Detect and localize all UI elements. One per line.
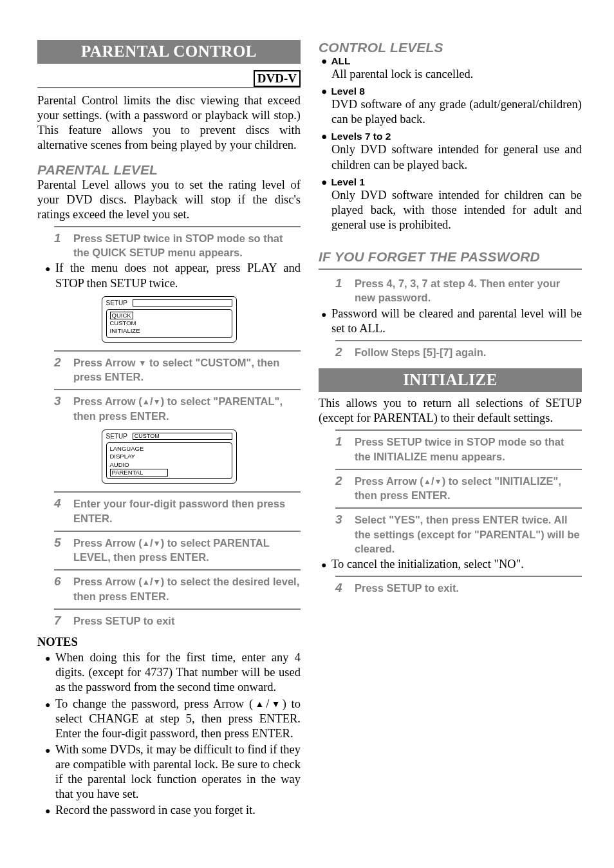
step-text: Press Arrow (/) to select the desired le…: [73, 574, 301, 603]
note-2: ● To change the password, press Arrow (/…: [37, 697, 301, 741]
parental-control-heading: PARENTAL CONTROL: [37, 40, 301, 64]
diagram-title-box: CUSTOM: [133, 433, 232, 440]
divider: [54, 226, 301, 227]
note-text: To change the password, press Arrow (/) …: [55, 697, 301, 741]
step-text: Press Arrow (/) to select PARENTAL LEVEL…: [73, 536, 301, 565]
menu-item-parental: PARENTAL: [110, 469, 168, 476]
arrow-down-icon: [153, 537, 161, 549]
parental-intro-text: Parental Control limits the disc viewing…: [37, 93, 301, 153]
note-text: With some DVDs, it may be difficult to f…: [55, 742, 301, 802]
divider: [54, 350, 301, 352]
menu-item-initialize: INITIALIZE: [110, 327, 228, 335]
setup-menu-diagram-2: SETUP CUSTOM LANGUAGE DISPLAY AUDIO PARE…: [102, 429, 237, 484]
bullet-icon: ●: [321, 131, 327, 142]
control-level-1: ●Level 1 Only DVD software intended for …: [319, 176, 582, 232]
notes-heading: NOTES: [37, 636, 301, 649]
bullet-text: If the menu does not appear, press PLAY …: [55, 261, 301, 290]
step-text: Press SETUP twice in STOP mode so that t…: [73, 231, 301, 260]
step-number: 1: [335, 435, 347, 464]
left-column: PARENTAL CONTROL DVD-V Parental Control …: [37, 40, 301, 820]
divider: [335, 429, 582, 431]
step-number: 6: [54, 574, 66, 603]
step-number: 5: [54, 536, 66, 565]
step-5: 5 Press Arrow (/) to select PARENTAL LEV…: [37, 534, 301, 566]
control-level-all: ●ALL All parental lock is cancelled.: [319, 55, 582, 82]
init-bullet: ● To cancel the initialization, select "…: [319, 557, 582, 572]
step-6: 6 Press Arrow (/) to select the desired …: [37, 573, 301, 605]
init-step-2: 2 Press Arrow (/) to select "INITIALIZE"…: [319, 473, 582, 504]
step-text: Press SETUP twice in STOP mode so that t…: [355, 435, 582, 464]
bullet-icon: ●: [45, 650, 51, 695]
dvd-v-badge: DVD-V: [254, 70, 301, 87]
bullet-icon: ●: [45, 803, 51, 818]
step-text: Press Arrow (/) to select "PARENTAL", th…: [73, 394, 301, 423]
step-text: Press Arrow to select "CUSTOM", then pre…: [73, 355, 301, 384]
step-4: 4 Enter your four-digit password then pr…: [37, 495, 301, 527]
step-number: 3: [335, 513, 347, 556]
bullet-icon: ●: [321, 557, 328, 572]
divider: [319, 269, 582, 270]
menu-item-language: LANGUAGE: [110, 445, 228, 453]
divider: [54, 531, 301, 532]
forgot-password-heading: IF YOU FORGET THE PASSWORD: [319, 249, 582, 265]
level-label: Levels 7 to 2: [331, 131, 391, 142]
note-4: ● Record the password in case you forget…: [37, 803, 301, 818]
diagram-title: SETUP: [106, 433, 127, 440]
menu-item-display: DISPLAY: [110, 453, 228, 460]
menu-item-custom: CUSTOM: [110, 319, 228, 327]
step-number: 1: [54, 231, 66, 260]
arrow-down-icon: [434, 475, 442, 487]
parental-level-heading: PARENTAL LEVEL: [37, 162, 301, 178]
step-number: 4: [335, 581, 347, 595]
control-level-7-2: ●Levels 7 to 2 Only DVD software intende…: [319, 131, 582, 172]
divider: [335, 469, 582, 470]
arrow-down-icon: [269, 697, 282, 710]
level-label: Level 1: [331, 176, 365, 188]
step-text: Press 4, 7, 3, 7 at step 4. Then enter y…: [355, 276, 582, 305]
step-text: Press Arrow (/) to select "INITIALIZE", …: [355, 474, 582, 503]
bullet-text: Password will be cleared and parental le…: [331, 307, 582, 336]
control-level-8: ●Level 8 DVD software of any grade (adul…: [319, 86, 582, 127]
bullet-icon: ●: [321, 55, 327, 67]
bullet-icon: ●: [321, 307, 328, 336]
level-label: ALL: [331, 55, 350, 67]
divider: [335, 340, 582, 341]
divider: [335, 576, 582, 577]
menu-item-audio: AUDIO: [110, 461, 228, 469]
divider: [335, 507, 582, 509]
arrow-up-icon: [253, 697, 266, 710]
step-number: 1: [335, 276, 347, 305]
step-text: Press SETUP to exit: [73, 614, 301, 628]
arrow-down-icon: [138, 357, 146, 368]
arrow-up-icon: [142, 576, 150, 587]
bullet-icon: ●: [321, 176, 327, 188]
forgot-step-1: 1 Press 4, 7, 3, 7 at step 4. Then enter…: [319, 275, 582, 307]
bullet-icon: ●: [45, 261, 51, 290]
arrow-up-icon: [423, 475, 431, 487]
step-number: 2: [54, 355, 66, 384]
forgot-bullet: ● Password will be cleared and parental …: [319, 307, 582, 336]
menu-item-quick: QUICK: [110, 312, 133, 319]
parental-level-body: Parental Level allows you to set the rat…: [37, 178, 301, 222]
step-text: Select "YES", then press ENTER twice. Al…: [355, 513, 582, 556]
divider: [54, 389, 301, 390]
divider: [54, 609, 301, 610]
initialize-body: This allows you to return all selections…: [319, 396, 582, 426]
step-number: 2: [335, 474, 347, 503]
control-levels-heading: CONTROL LEVELS: [319, 40, 582, 55]
note-text: Record the password in case you forget i…: [55, 803, 301, 818]
step-text: Enter your four-digit password then pres…: [73, 496, 301, 525]
step-text: Follow Steps [5]-[7] again.: [355, 345, 582, 359]
step-7: 7 Press SETUP to exit: [37, 612, 301, 629]
step-number: 7: [54, 614, 66, 628]
level-label: Level 8: [331, 86, 365, 97]
note-text: When doing this for the first time, ente…: [55, 650, 301, 695]
init-step-4: 4 Press SETUP to exit.: [319, 580, 582, 596]
step-3: 3 Press Arrow (/) to select "PARENTAL", …: [37, 393, 301, 424]
step-2: 2 Press Arrow to select "CUSTOM", then p…: [37, 354, 301, 386]
note-3: ● With some DVDs, it may be difficult to…: [37, 742, 301, 802]
init-step-1: 1 Press SETUP twice in STOP mode so that…: [319, 433, 582, 465]
divider: [54, 491, 301, 493]
step-1-bullet: ● If the menu does not appear, press PLA…: [37, 261, 301, 290]
initialize-heading: INITIALIZE: [319, 368, 582, 392]
